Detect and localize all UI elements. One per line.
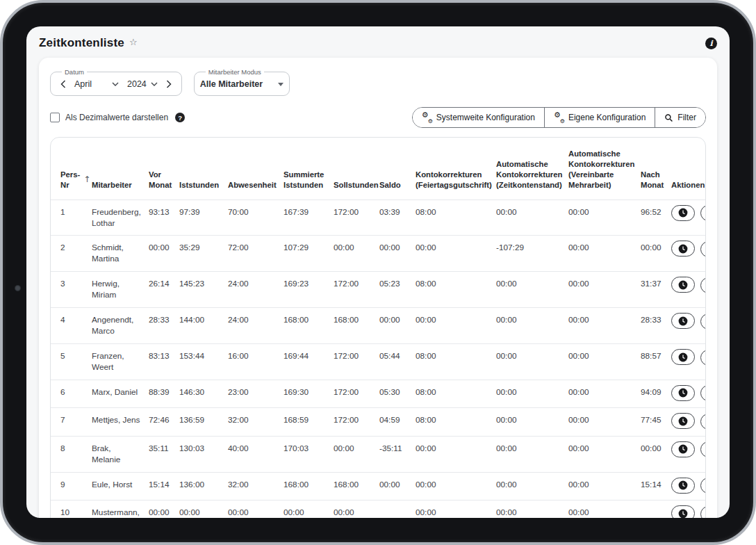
systemwide-config-button[interactable]: ⚙⚙ Systemweite Konfiguration (413, 108, 544, 127)
filter-button[interactable]: Filter (655, 108, 705, 127)
details-button[interactable] (700, 205, 706, 221)
employee-mode-select[interactable]: Mitarbeiter Modus Alle Mitarbeiter (194, 68, 290, 96)
cell-iststunden: 144:00 (176, 308, 224, 344)
cell-abwesenheit: 16:00 (224, 344, 280, 380)
table-row: 9 Eule, Horst 15:14 136:00 32:00 168:00 … (51, 472, 706, 501)
gears-icon: ⚙⚙ (422, 113, 432, 122)
time-account-button[interactable] (671, 313, 695, 329)
table-row: 4 Angenendt, Marco 28:33 144:00 24:00 16… (51, 308, 706, 344)
employee-mode-value: Alle Mitarbeiter (200, 79, 263, 89)
cell-mitarbeiter: Franzen, Weert (88, 344, 145, 380)
cell-auto-mehrarbeit: 00:00 (565, 472, 637, 501)
cell-sollstunden: 172:00 (330, 408, 376, 437)
cell-auto-zeitkontenstand: 00:00 (493, 380, 565, 408)
cell-nach-monat: 77:45 (637, 408, 668, 437)
table-row: 8 Brak, Melanie 35:11 130:03 40:00 170:0… (51, 436, 706, 472)
toolbar: Als Dezimalwerte darstellen ? ⚙⚙ Systemw… (50, 107, 706, 128)
cell-saldo: 03:39 (376, 200, 412, 236)
dropdown-arrow-icon (278, 83, 284, 86)
cell-sollstunden: 168:00 (330, 308, 376, 344)
cell-kontokorrekturen-feiertag: 08:00 (412, 200, 493, 236)
sort-ascending-icon[interactable]: ↑ (83, 174, 90, 186)
cell-mitarbeiter: Freudenberg, Lothar (88, 200, 145, 236)
cell-pers-nr: 8 (51, 436, 88, 472)
favorite-star-icon[interactable]: ☆ (129, 37, 138, 47)
help-icon[interactable]: ? (175, 113, 185, 122)
cell-abwesenheit: 70:00 (224, 200, 280, 236)
cell-mitarbeiter: Schmidt, Martina (88, 236, 145, 272)
search-icon (664, 113, 673, 122)
details-button[interactable] (700, 385, 706, 401)
cell-abwesenheit: 32:00 (224, 408, 280, 437)
cell-iststunden: 97:39 (176, 200, 224, 236)
employee-mode-label: Mitarbeiter Modus (206, 68, 264, 76)
cell-nach-monat: 15:14 (637, 472, 668, 501)
header-auto-zeitkontenstand: Automatische Kontokorrekturen (Zeitkonte… (493, 138, 565, 200)
cell-vor-monat: 00:00 (145, 236, 176, 272)
time-account-button[interactable] (671, 205, 695, 221)
cell-auto-zeitkontenstand: 00:00 (493, 408, 565, 437)
cell-auto-zeitkontenstand: 00:00 (493, 308, 565, 344)
table-row: 3 Herwig, Miriam 26:14 145:23 24:00 169:… (51, 272, 706, 308)
details-button[interactable] (700, 414, 706, 430)
cell-iststunden: 153:44 (176, 344, 224, 380)
header-pers-nr[interactable]: Pers-Nr ↑ (51, 138, 88, 200)
details-button[interactable] (700, 478, 706, 494)
time-account-button[interactable] (671, 441, 695, 457)
time-account-button[interactable] (671, 478, 695, 494)
cell-nach-monat (637, 501, 668, 518)
clock-icon (678, 509, 688, 518)
info-icon[interactable]: i (705, 38, 717, 49)
table-header-row: Pers-Nr ↑ Mitarbeiter Vor Monat Iststund… (51, 138, 706, 200)
time-account-button[interactable] (671, 413, 695, 429)
cell-auto-zeitkontenstand: 00:00 (493, 200, 565, 236)
time-account-button[interactable] (671, 349, 695, 365)
gears-icon: ⚙⚙ (554, 113, 564, 122)
decimal-values-label: Als Dezimalwerte darstellen (65, 113, 168, 122)
table-row: 1 Freudenberg, Lothar 93:13 97:39 70:00 … (51, 200, 706, 236)
header-auto-mehrarbeit: Automatische Kontokorrekturen (Vereinbar… (565, 138, 637, 200)
details-button[interactable] (700, 350, 706, 366)
cell-nach-monat: 00:00 (637, 436, 668, 472)
own-config-button[interactable]: ⚙⚙ Eigene Konfiguration (544, 108, 655, 127)
cell-summierte-iststunden: 169:44 (280, 344, 330, 380)
checkbox-box-icon[interactable] (50, 113, 60, 122)
cell-aktionen (668, 308, 706, 344)
time-account-button[interactable] (671, 241, 695, 257)
chevron-left-icon (60, 80, 66, 88)
cell-mitarbeiter: Angenendt, Marco (88, 308, 145, 344)
cell-aktionen (668, 236, 706, 272)
cell-auto-zeitkontenstand: 00:00 (493, 501, 565, 518)
details-button[interactable] (700, 241, 706, 257)
year-select[interactable]: 2024 (123, 79, 162, 89)
previous-month-button[interactable] (56, 79, 70, 90)
header-iststunden: Iststunden (176, 138, 224, 200)
cell-kontokorrekturen-feiertag: 00:00 (412, 472, 493, 501)
cell-nach-monat: 31:37 (637, 272, 668, 308)
month-select[interactable]: April (70, 79, 123, 89)
cell-nach-monat: 00:00 (637, 236, 668, 272)
cell-auto-zeitkontenstand: -107:29 (493, 236, 565, 272)
time-account-button[interactable] (671, 505, 695, 518)
cell-sollstunden: 172:00 (330, 380, 376, 408)
cell-auto-mehrarbeit: 00:00 (565, 344, 637, 380)
time-account-button[interactable] (671, 277, 695, 293)
cell-aktionen (668, 408, 706, 437)
cell-pers-nr: 1 (51, 200, 88, 236)
time-account-button[interactable] (671, 385, 695, 401)
cell-saldo: 00:00 (376, 472, 412, 501)
cell-auto-mehrarbeit: 00:00 (565, 436, 637, 472)
details-button[interactable] (700, 441, 706, 457)
details-button[interactable] (700, 506, 706, 518)
cell-nach-monat: 94:09 (637, 380, 668, 408)
details-button[interactable] (700, 277, 706, 293)
decimal-values-checkbox[interactable]: Als Dezimalwerte darstellen ? (50, 113, 185, 122)
cell-saldo: 05:30 (376, 380, 412, 408)
details-button[interactable] (700, 314, 706, 330)
cell-summierte-iststunden: 167:39 (280, 200, 330, 236)
cell-nach-monat: 88:57 (637, 344, 668, 380)
cell-sollstunden: 172:00 (330, 272, 376, 308)
month-value: April (74, 79, 92, 89)
cell-auto-mehrarbeit: 00:00 (565, 272, 637, 308)
next-month-button[interactable] (162, 79, 176, 90)
